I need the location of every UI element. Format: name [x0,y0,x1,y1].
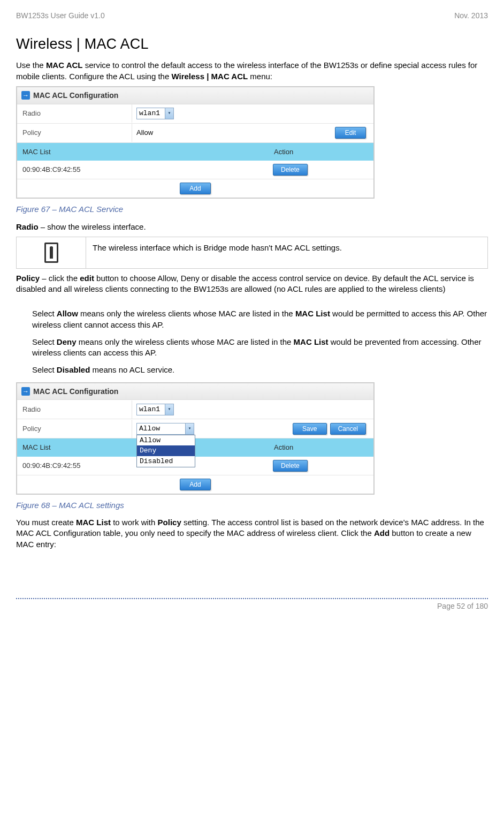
edit-button[interactable]: Edit [335,127,366,139]
panel-arrow-icon: → [21,387,30,396]
disabled-t2: means no ACL service. [90,365,174,374]
policy-text-1: – click the [40,274,80,283]
panel1-policy-value: Allow [136,128,153,138]
panel2-policy-label: Policy [17,420,132,438]
panel2-radio-label: Radio [17,400,132,419]
disabled-description: Select Disabled means no ACL service. [32,365,488,375]
page-title: Wireless | MAC ACL [16,34,488,54]
panel1-title-bar: → MAC ACL Configuration [17,87,373,104]
policy-option-allow[interactable]: Allow [137,435,195,446]
panel2-row-policy: Policy Allow ▾ Allow Deny Disabled Save [17,419,373,438]
deny-t1: Select [32,337,57,346]
cancel-button[interactable]: Cancel [330,423,366,435]
intro-paragraph: Use the MAC ACL service to control the d… [16,60,488,82]
deny-maclist-bold: MAC List [294,337,329,346]
figure-68-caption: Figure 68 – MAC ACL settings [16,500,488,511]
header-left: BW1253s User Guide v1.0 [16,11,105,21]
deny-t2: means only the wireless clients whose MA… [77,337,294,346]
chevron-down-icon: ▾ [165,404,173,415]
radio-description: Radio – show the wireless interface. [16,222,488,232]
chevron-down-icon: ▾ [165,108,173,119]
allow-maclist-bold: MAC List [295,309,330,318]
final-t2: to work with [111,518,158,527]
policy-option-deny[interactable]: Deny [137,445,195,456]
panel1-radio-select[interactable]: wlan1 ▾ [136,108,174,119]
info-icon-cell [17,237,86,268]
allow-t2: means only the wireless clients whose MA… [78,309,295,318]
panel2-list-header: MAC List Action [17,438,373,457]
panel1-radio-value: wlan1 [139,109,160,118]
panel2-policy-selected: Allow [139,424,160,434]
panel1-mac-value: 00:90:4B:C9:42:55 [17,161,269,179]
intro-text: Use the [16,60,46,70]
final-b3: Add [374,528,390,538]
panel2-col-action: Action [269,438,373,457]
panel2-mac-row: 00:90:4B:C9:42:55 Delete [17,457,373,475]
policy-bold: Policy [16,274,40,283]
deny-description: Select Deny means only the wireless clie… [32,337,488,359]
panel1-title: MAC ACL Configuration [33,90,118,101]
page-number: Page 52 of 180 [16,601,488,611]
radio-text: – show the wireless interface. [39,222,146,231]
panel-arrow-icon: → [21,91,30,100]
final-t1: You must create [16,518,76,527]
final-b2: Policy [158,518,181,527]
intro-text-3: menu: [248,72,272,81]
header-right: Nov. 2013 [454,11,488,21]
add-button[interactable]: Add [180,479,211,490]
info-icon [44,243,58,263]
add-button[interactable]: Add [180,183,211,194]
panel2-radio-value: wlan1 [139,405,160,414]
allow-description: Select Allow means only the wireless cli… [32,308,488,330]
delete-button[interactable]: Delete [273,460,308,472]
policy-dropdown-menu: Allow Deny Disabled [136,435,195,467]
panel2-title-bar: → MAC ACL Configuration [17,383,373,400]
panel1-radio-label: Radio [17,104,132,123]
panel2-radio-select[interactable]: wlan1 ▾ [136,404,174,415]
intro-bold-2: Wireless | MAC ACL [171,72,248,81]
delete-button[interactable]: Delete [273,164,308,176]
policy-description: Policy – click the edit button to choose… [16,273,488,295]
final-b1: MAC List [76,518,111,527]
intro-bold-1: MAC ACL [46,60,83,70]
panel1-row-policy: Policy Allow Edit [17,124,373,143]
policy-option-disabled[interactable]: Disabled [137,456,195,467]
panel1-col-maclist: MAC List [17,143,269,161]
panel1-col-action: Action [269,143,373,161]
panel1-add-row: Add [17,179,373,198]
panel1-mac-row: 00:90:4B:C9:42:55 Delete [17,161,373,179]
disabled-t1: Select [32,365,57,374]
save-button[interactable]: Save [293,423,327,435]
panel1-row-radio: Radio wlan1 ▾ [17,104,373,124]
panel2-add-row: Add [17,475,373,494]
panel1-policy-label: Policy [17,124,132,142]
chevron-down-icon: ▾ [185,423,194,434]
mac-acl-panel-1: → MAC ACL Configuration Radio wlan1 ▾ Po… [16,86,375,199]
panel2-row-radio: Radio wlan1 ▾ [17,400,373,419]
policy-edit-bold: edit [80,274,94,283]
info-text-cell: The wireless interface which is Bridge m… [86,237,487,268]
disabled-bold: Disabled [57,365,90,374]
figure-67-caption: Figure 67 – MAC ACL Service [16,204,488,215]
panel1-list-header: MAC List Action [17,143,373,161]
panel2-policy-dropdown[interactable]: Allow ▾ Allow Deny Disabled [136,423,194,435]
radio-bold: Radio [16,222,39,231]
allow-bold: Allow [57,309,78,318]
allow-t1: Select [32,309,57,318]
mac-acl-panel-2: → MAC ACL Configuration Radio wlan1 ▾ Po… [16,382,375,495]
final-paragraph: You must create MAC List to work with Po… [16,517,488,550]
deny-bold: Deny [57,337,77,346]
info-callout: The wireless interface which is Bridge m… [16,237,488,269]
panel2-title: MAC ACL Configuration [33,387,118,397]
page-header: BW1253s User Guide v1.0 Nov. 2013 [16,11,488,21]
